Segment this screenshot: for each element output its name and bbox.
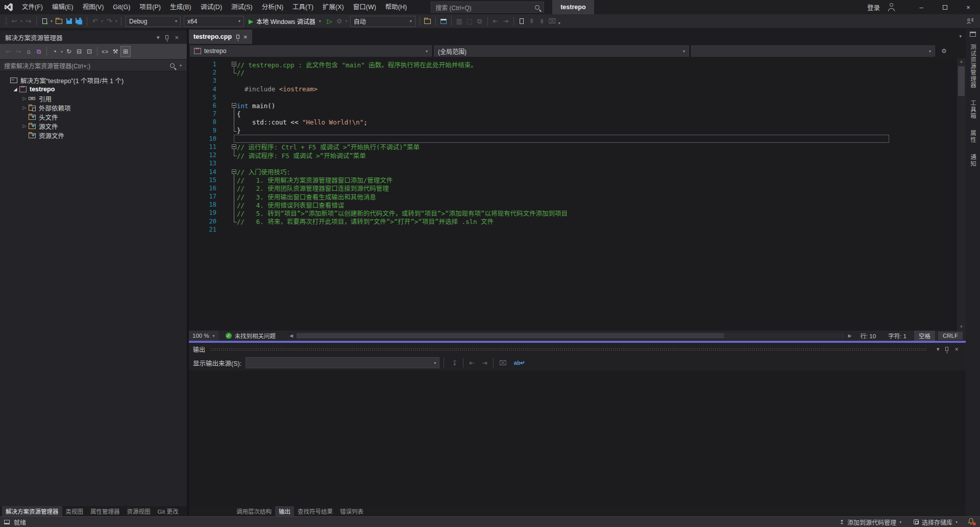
expanded-arrow-icon[interactable]: ◢ — [12, 87, 18, 92]
tree-item[interactable]: 解决方案“testrepo”(1 个项目/共 1 个) — [0, 76, 187, 85]
previous-message-icon[interactable]: ⇤ — [465, 359, 478, 367]
close-button[interactable]: × — [957, 0, 980, 14]
scroll-down-arrow-icon[interactable]: ▼ — [957, 323, 966, 331]
se-search-caret[interactable]: ▾ — [179, 63, 183, 68]
code-editor[interactable]: 1// testrepo.cpp : 此文件包含 "main" 函数。程序执行将… — [189, 58, 966, 331]
code-line[interactable]: 18// 4. 使用错误列表窗口查看错误 — [189, 200, 957, 209]
menu-item-10[interactable]: 扩展(X) — [318, 0, 349, 14]
active-files-caret-icon[interactable]: ▾ — [959, 34, 962, 39]
decrease-indent-icon[interactable]: ⇤ — [491, 16, 501, 27]
se-home-icon[interactable]: ⌂ — [23, 46, 34, 57]
right-autohide-tab-0[interactable]: 测试资源管理器 — [969, 44, 977, 89]
window-layout-icon[interactable] — [438, 16, 449, 27]
se-pending-changes-icon[interactable]: ◔ — [50, 46, 60, 57]
menu-item-5[interactable]: 生成(B) — [165, 0, 196, 14]
save-all-icon[interactable] — [74, 16, 84, 27]
output-drag-grip[interactable] — [210, 348, 926, 350]
menu-item-8[interactable]: 分析(N) — [257, 0, 288, 14]
start-without-debugging-icon[interactable]: ▷ — [325, 17, 334, 25]
solution-platform-dropdown[interactable]: x64▾ — [184, 16, 244, 27]
collapsed-arrow-icon[interactable]: ▷ — [21, 96, 28, 101]
zoom-dropdown[interactable]: 100 %▾ — [189, 331, 218, 341]
se-refresh-icon[interactable]: ↻ — [64, 46, 74, 57]
se-back-icon[interactable]: ↩ — [3, 46, 13, 57]
spaces-toggle[interactable]: 空格 — [914, 331, 935, 341]
editor-vertical-scrollbar[interactable]: ▲ ▼ — [957, 58, 966, 331]
right-autohide-tab-1[interactable]: 工具箱 — [969, 100, 977, 119]
code-line[interactable]: 4 #include <iostream> — [189, 85, 957, 93]
solution-explorer-search[interactable]: 搜索解决方案资源管理器(Ctrl+;) ▾ — [0, 59, 187, 71]
start-debugging-button[interactable]: ▶ 本地 Windows 调试器 ▾ — [246, 16, 325, 27]
previous-bookmark-icon[interactable]: ⇞ — [527, 16, 537, 27]
attach-caret[interactable]: ▾ — [345, 19, 349, 23]
code-line[interactable]: 2// — [189, 68, 957, 77]
code-line[interactable]: 9} — [189, 127, 957, 135]
left-dock-tab-1[interactable]: 类视图 — [62, 506, 87, 516]
account-avatar-icon[interactable] — [887, 3, 896, 12]
output-content[interactable] — [189, 370, 966, 506]
member-dropdown[interactable]: ▾ — [691, 45, 935, 57]
sign-in-button[interactable]: 登录 — [867, 3, 880, 12]
tab-pin-icon[interactable] — [236, 35, 239, 39]
se-properties-wrench-icon[interactable]: ⚒ — [110, 46, 120, 57]
scroll-up-arrow-icon[interactable]: ▲ — [957, 58, 966, 65]
auto-hide-pin-icon[interactable] — [162, 35, 172, 39]
code-line[interactable]: 7{ — [189, 110, 957, 118]
se-view-code-icon[interactable]: <> — [100, 46, 110, 57]
next-message-icon[interactable]: ⇥ — [478, 359, 491, 367]
new-project-icon[interactable] — [39, 16, 50, 27]
quick-search-box[interactable]: 搜索 (Ctrl+Q) — [431, 2, 544, 13]
performance-profiler-icon[interactable]: ▥ — [454, 16, 464, 27]
menu-item-2[interactable]: 视图(V) — [78, 0, 109, 14]
output-source-dropdown[interactable]: ▾ — [246, 357, 439, 368]
bottom-panel-tab-2[interactable]: 查找符号结果 — [294, 506, 336, 516]
horizontal-scroll-thumb[interactable] — [297, 333, 724, 338]
code-line[interactable]: 13 — [189, 159, 957, 167]
undo-caret[interactable]: ▾ — [100, 19, 104, 23]
fold-collapse-icon[interactable] — [232, 144, 236, 149]
solution-configuration-dropdown[interactable]: Debug▾ — [126, 16, 181, 27]
hscroll-left-arrow-icon[interactable]: ◀ — [287, 333, 296, 338]
fold-collapse-icon[interactable] — [232, 103, 236, 108]
find-in-files-icon[interactable] — [423, 16, 433, 27]
attach-to-process-icon[interactable]: ⚙ — [334, 16, 345, 27]
notifications-bell-icon[interactable] — [968, 518, 976, 526]
se-collapse-all-icon[interactable]: ⊟ — [74, 46, 84, 57]
menu-item-4[interactable]: 项目(P) — [135, 0, 165, 14]
code-line[interactable]: 12// 调试程序: F5 或调试 >“开始调试”菜单 — [189, 151, 957, 159]
send-feedback-icon[interactable] — [965, 16, 975, 27]
panel-close-icon[interactable]: × — [172, 34, 182, 41]
minimize-button[interactable]: – — [910, 0, 933, 14]
vertical-scroll-thumb[interactable] — [958, 66, 965, 96]
code-line[interactable]: 19// 5. 转到“项目”>“添加新项”以创建新的代码文件，或转到“项目”>“… — [189, 209, 957, 217]
se-pending-caret[interactable]: ▾ — [60, 49, 64, 54]
left-dock-tab-3[interactable]: 资源视图 — [124, 506, 154, 516]
scope-dropdown[interactable]: (全局范围) ▾ — [434, 45, 689, 57]
navigate-back-caret[interactable]: ▾ — [19, 19, 23, 23]
code-line[interactable]: 11// 运行程序: Ctrl + F5 或调试 >“开始执行(不调试)”菜单 — [189, 143, 957, 151]
save-icon[interactable] — [64, 16, 74, 27]
document-tab-testrepo-cpp[interactable]: testrepo.cpp × — [189, 30, 252, 44]
tree-item[interactable]: ▷引用 — [0, 94, 187, 103]
copy-code-icon[interactable]: ⧉ — [475, 16, 485, 27]
toolbar-overflow-caret[interactable]: ▾ — [557, 21, 561, 26]
collapsed-arrow-icon[interactable]: ▷ — [21, 123, 28, 129]
bottom-panel-tab-1[interactable]: 输出 — [275, 506, 294, 516]
project-dropdown[interactable]: testrepo ▾ — [190, 45, 432, 57]
clear-bookmarks-icon[interactable]: ⌧ — [547, 16, 557, 27]
output-position-caret-icon[interactable]: ▾ — [934, 346, 943, 353]
tree-item[interactable]: ◢testrepo — [0, 85, 187, 94]
tree-item[interactable]: 头文件 — [0, 112, 187, 121]
code-line[interactable]: 5 — [189, 93, 957, 102]
menu-item-9[interactable]: 工具(T) — [288, 0, 318, 14]
left-dock-tab-0[interactable]: 解决方案资源管理器 — [2, 506, 62, 516]
add-to-source-control-button[interactable]: ↥ 添加到源代码管理 ▾ — [835, 517, 906, 527]
open-file-icon[interactable] — [54, 16, 64, 27]
code-line[interactable]: 17// 3. 使用输出窗口查看生成输出和其他消息 — [189, 192, 957, 200]
toolbar-grip[interactable] — [5, 17, 7, 26]
toggle-bookmark-icon[interactable] — [517, 16, 527, 27]
menu-item-6[interactable]: 调试(D) — [196, 0, 227, 14]
auto-attach-dropdown[interactable]: 自动▾ — [350, 16, 415, 27]
word-wrap-icon[interactable]: ab↵ — [510, 360, 529, 366]
code-line[interactable]: 20// 6. 将来，若要再次打开此项目，请转到“文件”>“打开”>“项目”并选… — [189, 217, 957, 225]
